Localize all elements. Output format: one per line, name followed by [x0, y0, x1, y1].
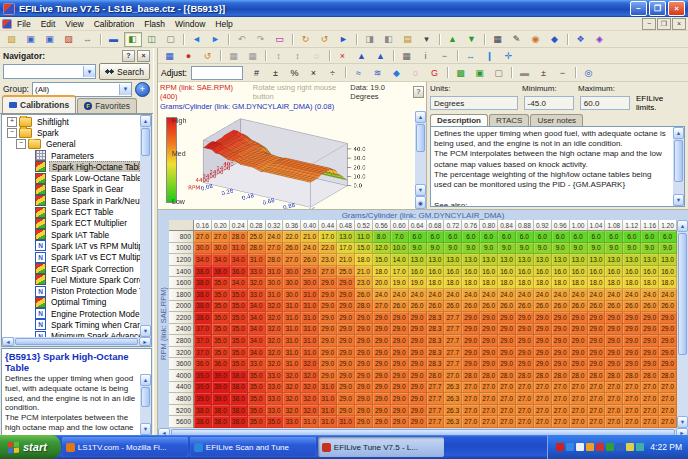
column-header-0.16[interactable]: 0.16 — [194, 220, 212, 231]
table-cell[interactable]: 29.0 — [462, 335, 480, 347]
table-cell[interactable]: 19.0 — [409, 277, 427, 289]
tray-update-icon[interactable] — [586, 443, 594, 451]
copy-special-icon[interactable]: ◧ — [380, 32, 398, 47]
table-cell[interactable]: 9.0 — [498, 243, 516, 255]
tray-shield-icon[interactable] — [596, 443, 604, 451]
column-header-0.52[interactable]: 0.52 — [355, 220, 373, 231]
table-cell[interactable]: 31.0 — [319, 382, 337, 394]
table-cell[interactable]: 31.0 — [301, 416, 319, 428]
table-cell[interactable]: 26.0 — [498, 301, 516, 313]
pcm-icon[interactable]: ▬ — [105, 32, 123, 47]
tree-horizontal-scrollbar[interactable]: ◄ ► — [2, 337, 151, 346]
table-cell[interactable]: 29.0 — [409, 370, 427, 382]
table-cell[interactable]: 16.0 — [534, 266, 552, 278]
table-cell[interactable]: 13.0 — [552, 254, 570, 266]
table-cell[interactable]: 29.0 — [373, 358, 391, 370]
table-cell[interactable]: 27.0 — [480, 393, 498, 405]
tray-volume-icon[interactable] — [576, 443, 584, 451]
table-cell[interactable]: 35.0 — [266, 416, 284, 428]
restore-button[interactable]: ❐ — [649, 1, 666, 16]
table-cell[interactable]: 28.3 — [427, 358, 445, 370]
table-cell[interactable]: 27.0 — [498, 382, 516, 394]
table-cell[interactable]: 29.0 — [552, 335, 570, 347]
tree-item-spark-iat-vs-ect-multiplier[interactable]: NSpark IAT vs ECT Multiplier — [2, 252, 140, 263]
labs-b-icon[interactable]: ▲ — [372, 48, 390, 63]
chevron-down-icon[interactable]: ▼ — [119, 84, 131, 95]
table-cell[interactable]: 29.0 — [319, 289, 337, 301]
table-cell[interactable]: 31.0 — [319, 393, 337, 405]
table-cell[interactable]: 29.0 — [641, 358, 659, 370]
move-icon[interactable]: ✛ — [500, 48, 518, 63]
table-cell[interactable]: 21.0 — [337, 254, 355, 266]
tree-item-spark-iat-table[interactable]: Spark IAT Table — [2, 229, 140, 240]
column-header-0.72[interactable]: 0.72 — [444, 220, 462, 231]
table-cell[interactable]: 18.0 — [498, 277, 516, 289]
tray-battery-icon[interactable] — [626, 443, 634, 451]
table-cell[interactable]: 27.0 — [641, 393, 659, 405]
table-cell[interactable]: 35.0 — [212, 335, 230, 347]
table-cell[interactable]: 38.0 — [194, 405, 212, 417]
column-header-0.44[interactable]: 0.44 — [319, 220, 337, 231]
table-cell[interactable]: 28.3 — [427, 347, 445, 359]
select-region-icon[interactable]: ◌ — [308, 48, 326, 63]
table-cell[interactable]: 29.0 — [659, 358, 677, 370]
table-cell[interactable]: 9.0 — [427, 243, 445, 255]
tree-vertical-scrollbar[interactable]: ▲ ▼ — [140, 115, 151, 337]
column-header-1.20[interactable]: 1.20 — [659, 220, 677, 231]
view-table-icon[interactable]: ▦ — [398, 48, 416, 63]
table-cell[interactable]: 27.0 — [516, 405, 534, 417]
table-cell[interactable]: 38.0 — [212, 416, 230, 428]
dtc-icon[interactable]: ◆ — [546, 32, 564, 47]
color-scale-icon[interactable]: ● — [180, 48, 198, 63]
table-vertical-scrollbar[interactable]: ▲ ▼ — [677, 220, 688, 428]
compare-icon[interactable]: ↔ — [79, 32, 97, 47]
table-cell[interactable]: 29.0 — [534, 347, 552, 359]
set-value-icon[interactable]: # — [248, 65, 266, 80]
table-cell[interactable]: 29.0 — [605, 312, 623, 324]
swap-axes-icon[interactable]: ↔ — [462, 48, 480, 63]
table-cell[interactable]: 29.0 — [462, 312, 480, 324]
table-cell[interactable]: 11.0 — [355, 231, 373, 243]
table-cell[interactable]: 23.0 — [319, 254, 337, 266]
table-cell[interactable]: 26.0 — [444, 301, 462, 313]
table-cell[interactable]: 6.0 — [534, 231, 552, 243]
table-cell[interactable]: 27.0 — [570, 405, 588, 417]
table-cell[interactable]: 9.0 — [516, 243, 534, 255]
table-cell[interactable]: 29.0 — [588, 324, 606, 336]
row-header-1200[interactable]: 1200 — [169, 254, 194, 266]
table-cell[interactable]: 35.0 — [212, 312, 230, 324]
table-cell[interactable]: 24.0 — [641, 289, 659, 301]
table-cell[interactable]: 29.0 — [480, 312, 498, 324]
table-cell[interactable]: 29.0 — [391, 416, 409, 428]
table-cell[interactable]: 18.0 — [444, 277, 462, 289]
table-cell[interactable]: 29.0 — [409, 405, 427, 417]
menu-file[interactable]: File — [12, 19, 36, 29]
table-cell[interactable]: 24.0 — [516, 289, 534, 301]
menu-view[interactable]: View — [60, 19, 88, 29]
table-cell[interactable]: 24.0 — [391, 289, 409, 301]
table-cell[interactable]: 38.0 — [230, 416, 248, 428]
table-cell[interactable]: 18.0 — [552, 277, 570, 289]
table-cell[interactable]: 29.0 — [570, 347, 588, 359]
table-cell[interactable]: 24.0 — [498, 289, 516, 301]
table-cell[interactable]: 29.0 — [623, 347, 641, 359]
table-cell[interactable]: 29.0 — [319, 277, 337, 289]
table-cell[interactable]: 35.0 — [230, 312, 248, 324]
table-cell[interactable]: 16.0 — [480, 266, 498, 278]
table-cell[interactable]: 29.0 — [391, 382, 409, 394]
menu-edit[interactable]: Edit — [36, 19, 61, 29]
scroll-up-icon[interactable]: ▲ — [140, 115, 151, 127]
table-cell[interactable]: 28.0 — [534, 370, 552, 382]
table-cell[interactable]: 38.0 — [194, 266, 212, 278]
table-cell[interactable]: 27.0 — [266, 243, 284, 255]
search-input[interactable]: ▼ — [3, 64, 96, 79]
table-cell[interactable]: 29.0 — [337, 405, 355, 417]
table-cell[interactable]: 24.0 — [588, 289, 606, 301]
table-cell[interactable]: 29.0 — [570, 324, 588, 336]
table-cell[interactable]: 26.0 — [283, 243, 301, 255]
table-cell[interactable]: 35.0 — [212, 289, 230, 301]
table-cell[interactable]: 33.0 — [266, 382, 284, 394]
scroll-down-icon[interactable]: ▼ — [140, 325, 151, 337]
refresh-selection-icon[interactable]: ↻ — [297, 32, 315, 47]
table-cell[interactable]: 29.0 — [409, 358, 427, 370]
